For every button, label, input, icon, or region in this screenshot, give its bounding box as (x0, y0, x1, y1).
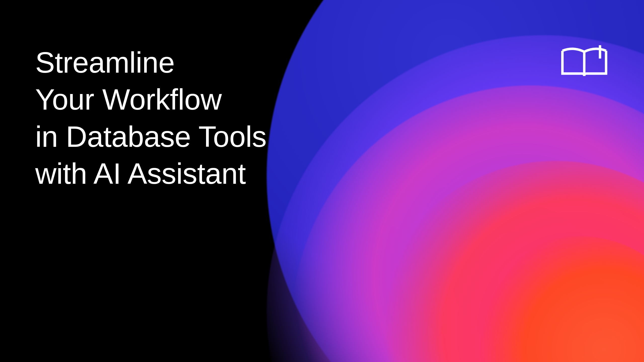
title-line: with AI Assistant (35, 155, 266, 192)
hero-title: Streamline Your Workflow in Database Too… (35, 44, 266, 192)
title-line: Your Workflow (35, 81, 266, 118)
open-book-icon (560, 44, 609, 79)
title-line: Streamline (35, 44, 266, 81)
title-line: in Database Tools (35, 118, 266, 155)
